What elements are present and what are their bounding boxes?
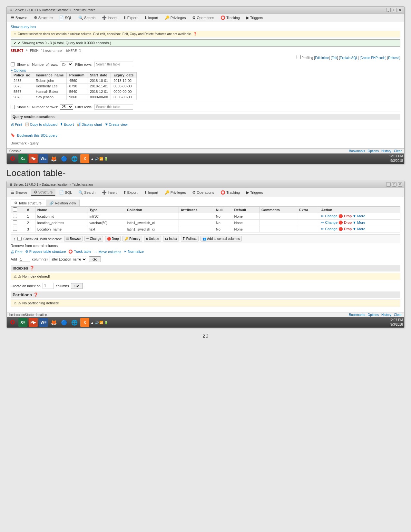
display-chart-link[interactable]: 📊 Display chart [76, 122, 102, 126]
nav-triggers-2[interactable]: ▶ Triggers [243, 189, 266, 196]
bookmarks-link-1[interactable]: Bookmarks [349, 149, 365, 153]
profiling-checkbox[interactable] [297, 55, 301, 59]
restore-btn-2[interactable]: □ [392, 182, 396, 187]
row-checkbox-1[interactable] [13, 220, 17, 224]
taskbar-powerpoint-1[interactable]: P▶ [29, 154, 38, 163]
taskbar-powerpoint-2[interactable]: P▶ [29, 318, 38, 327]
nav-export-2[interactable]: ⬆ Export [120, 189, 141, 196]
change-link-1[interactable]: ✏ Change [321, 221, 338, 224]
more-link-2[interactable]: ▼ More [353, 227, 365, 231]
refresh-link[interactable]: Refresh [388, 56, 399, 60]
partitions-help-icon[interactable]: ❓ [33, 292, 38, 297]
check-all-checkbox[interactable] [13, 207, 17, 212]
indexes-help-icon[interactable]: ❓ [29, 266, 34, 271]
num-rows-select-bottom[interactable]: 25 50 100 [60, 104, 73, 110]
nav-search-2[interactable]: 🔍 Search [75, 189, 98, 196]
move-columns-btn[interactable]: ↔ Move columns [94, 250, 121, 254]
nav-structure-2[interactable]: ⚙ Structure [31, 189, 56, 196]
row-checkbox-2[interactable] [13, 227, 17, 231]
nav-privileges-2[interactable]: 🔑 Privileges [162, 189, 189, 196]
nav-sql-2[interactable]: 📄 SQL [56, 189, 75, 196]
more-link-0[interactable]: ▼ More [353, 214, 365, 218]
minimize-btn-2[interactable]: _ [386, 182, 391, 187]
tab-table-structure[interactable]: ⚙ Table structure [11, 200, 45, 206]
track-table-btn[interactable]: ⭕ Track table [68, 250, 91, 254]
create-index-num-input[interactable] [43, 283, 54, 289]
struct-check-0[interactable] [11, 213, 25, 220]
show-all-checkbox-bottom[interactable] [11, 105, 15, 109]
nav-operations-1[interactable]: ⚙ Operations [189, 14, 217, 21]
history-link-1[interactable]: History [381, 149, 391, 153]
history-link-2[interactable]: History [381, 313, 391, 317]
change-link-0[interactable]: ✏ Change [321, 214, 338, 218]
taskbar-chrome-1[interactable]: 🌐 [70, 154, 79, 163]
taskbar-opera-1[interactable]: O [8, 154, 17, 163]
taskbar-firefox-1[interactable]: 🦊 [49, 154, 58, 163]
bookmark-link[interactable]: Bookmark this SQL query [17, 133, 57, 137]
taskbar-chrome-2[interactable]: 🌐 [70, 318, 79, 327]
remove-from-central-link[interactable]: Remove from central columns [11, 244, 58, 248]
normalize-btn[interactable]: ✂ Normalize [124, 250, 144, 254]
close-btn-1[interactable]: ✕ [398, 8, 402, 12]
nav-sql-1[interactable]: 📄 SQL [56, 14, 75, 21]
create-index-go-btn[interactable]: Go [71, 283, 83, 289]
close-btn-2[interactable]: ✕ [398, 182, 402, 187]
taskbar-xampp-2[interactable]: X [80, 318, 89, 327]
more-link-1[interactable]: ▼ More [353, 221, 365, 224]
show-all-checkbox-top[interactable] [11, 62, 15, 66]
show-query-box-link[interactable]: Show query box [11, 25, 400, 29]
ws-add-central-btn[interactable]: 👥 Add to central columns [201, 236, 242, 241]
add-col-go-btn[interactable]: Go [89, 256, 101, 262]
nav-insert-1[interactable]: ➕ Insert [99, 14, 120, 21]
export-link[interactable]: ⬆ Export [60, 122, 74, 126]
print-btn-2[interactable]: 🖨 Print [11, 250, 23, 254]
options-link-top[interactable]: + Options [11, 68, 400, 72]
nav-triggers-1[interactable]: ▶ Triggers [243, 14, 266, 21]
row-checkbox-0[interactable] [13, 214, 17, 218]
drop-link-2[interactable]: 🔴 Drop [338, 227, 352, 231]
ws-fulltext-btn[interactable]: Tl Fulltext [181, 236, 199, 241]
copy-clipboard-link[interactable]: 📋 Copy to clipboard [25, 122, 58, 126]
nav-structure-1[interactable]: ⚙ Structure [31, 14, 56, 21]
add-col-num-input[interactable] [19, 257, 30, 262]
change-link-2[interactable]: ✏ Change [321, 227, 338, 231]
nav-tracking-2[interactable]: ⭕ Tracking [218, 189, 243, 196]
nav-export-1[interactable]: ⬆ Export [120, 14, 141, 21]
taskbar-blue-1[interactable]: 🔵 [60, 154, 69, 163]
propose-structure-btn[interactable]: ⚙ Propose table structure [25, 250, 66, 254]
taskbar-excel-1[interactable]: X≡ [18, 154, 27, 163]
edit-link[interactable]: Edit [332, 56, 337, 60]
check-all-bottom[interactable] [17, 237, 22, 241]
taskbar-word-1[interactable]: W≡ [39, 154, 48, 163]
minimize-btn-1[interactable]: _ [386, 8, 391, 12]
nav-import-2[interactable]: ⬇ Import [141, 189, 161, 196]
drop-link-0[interactable]: 🔴 Drop [338, 214, 352, 218]
taskbar-opera-2[interactable]: O [8, 318, 17, 327]
taskbar-blue-2[interactable]: 🔵 [60, 318, 69, 327]
nav-privileges-1[interactable]: 🔑 Privileges [162, 14, 189, 21]
create-view-link[interactable]: 👁 Create view [105, 123, 128, 126]
nav-search-1[interactable]: 🔍 Search [75, 14, 98, 21]
create-php-link[interactable]: Create PHP code [360, 56, 386, 60]
ws-primary-btn[interactable]: 🔑 Primary [122, 236, 142, 241]
struct-check-1[interactable] [11, 220, 25, 226]
filter-input-bottom[interactable] [94, 104, 133, 110]
ws-drop-btn[interactable]: 🔴 Drop [105, 236, 121, 241]
ws-unique-btn[interactable]: u Unique [144, 236, 161, 241]
nav-browse-1[interactable]: ☰ Browse [8, 14, 30, 21]
ws-browse-btn[interactable]: ☰ Browse [64, 236, 83, 241]
filter-input-top[interactable] [94, 62, 133, 67]
ws-index-btn[interactable]: 🗂 Index [163, 236, 179, 241]
nav-insert-2[interactable]: ➕ Insert [99, 189, 120, 196]
edit-inline-link[interactable]: Edit inline [315, 56, 329, 60]
print-link[interactable]: 🖨 Print [11, 123, 22, 126]
restore-btn-1[interactable]: □ [392, 8, 396, 12]
tab-relation-view[interactable]: 🔗 Relation view [46, 200, 79, 206]
clear-link-1[interactable]: Clear [394, 149, 402, 153]
options-link-2[interactable]: Options [368, 313, 379, 317]
clear-link-2[interactable]: Clear [394, 313, 402, 317]
taskbar-excel-2[interactable]: X≡ [18, 318, 27, 327]
nav-operations-2[interactable]: ⚙ Operations [189, 189, 217, 196]
explain-sql-link[interactable]: Explain SQL [340, 56, 358, 60]
taskbar-word-2[interactable]: W≡ [39, 318, 48, 327]
